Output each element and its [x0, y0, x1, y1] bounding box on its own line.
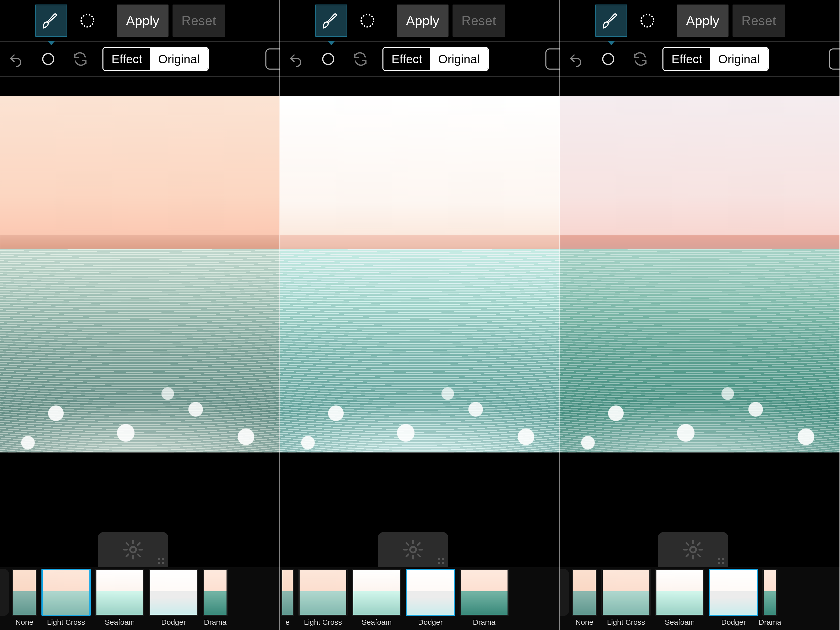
filter-thumb-none[interactable]: e — [280, 569, 295, 627]
filter-thumb-seafoam[interactable]: Seafoam — [654, 569, 706, 627]
preview-foam — [0, 256, 279, 453]
undo-button[interactable] — [566, 49, 586, 69]
filter-thumb-drama[interactable]: Drama — [201, 569, 229, 627]
vignette-tool[interactable] — [631, 5, 663, 37]
filter-thumb-seafoam[interactable]: Seafoam — [351, 569, 403, 627]
top-toolbar: Apply Reset — [0, 0, 279, 42]
filter-label: None — [575, 618, 594, 627]
svg-point-2 — [130, 547, 136, 553]
brush-tool[interactable] — [35, 5, 67, 37]
filter-thumb-drama[interactable]: Drama — [761, 569, 778, 627]
filter-label: Light Cross — [47, 618, 85, 627]
toggle-effect[interactable]: Effect — [663, 48, 710, 70]
undo-icon — [568, 51, 584, 67]
apply-button[interactable]: Apply — [117, 5, 169, 37]
refresh-icon — [632, 51, 649, 67]
filmstrip-left-handle[interactable] — [0, 569, 9, 616]
effect-original-toggle[interactable]: Effect Original — [382, 47, 489, 71]
spacer — [280, 77, 559, 96]
shape-circle-button[interactable] — [598, 49, 618, 69]
brush-icon — [321, 11, 341, 30]
filmstrip-left-handle[interactable] — [560, 569, 569, 616]
settings-tab[interactable] — [98, 532, 168, 567]
filter-thumb-dodger[interactable]: Dodger — [148, 569, 199, 627]
svg-point-3 — [361, 14, 374, 27]
toggle-effect[interactable]: Effect — [103, 48, 150, 70]
filter-label: Seafoam — [105, 618, 135, 627]
filter-thumb-none[interactable]: None — [570, 569, 598, 627]
effect-original-toggle[interactable]: Effect Original — [662, 47, 769, 71]
filter-thumb-drama[interactable]: Drama — [458, 569, 510, 627]
undo-button[interactable] — [6, 49, 26, 69]
settings-tab[interactable] — [658, 532, 728, 567]
settings-tab[interactable] — [378, 532, 448, 567]
filter-label: Drama — [204, 618, 226, 627]
crop-frame-button[interactable] — [829, 49, 840, 69]
reset-button[interactable]: Reset — [172, 5, 225, 37]
reset-button[interactable]: Reset — [733, 5, 785, 37]
filter-label: Light Cross — [607, 618, 645, 627]
filter-thumb-light-cross[interactable]: Light Cross — [297, 569, 349, 627]
drag-dots-icon — [718, 558, 724, 564]
filter-thumb-light-cross[interactable]: Light Cross — [40, 569, 92, 627]
drag-dots-icon — [438, 558, 444, 564]
svg-point-6 — [641, 14, 654, 27]
vignette-tool[interactable] — [71, 5, 103, 37]
undo-button[interactable] — [286, 49, 306, 69]
bottom-gap — [560, 453, 840, 567]
toggle-effect[interactable]: Effect — [384, 48, 430, 70]
editor-panel-1: Apply Reset Effect Original — [0, 0, 280, 630]
toggle-original[interactable]: Original — [710, 48, 768, 70]
top-toolbar: Apply Reset — [280, 0, 559, 42]
refresh-button[interactable] — [630, 49, 651, 69]
toggle-original[interactable]: Original — [430, 48, 488, 70]
effect-original-toggle[interactable]: Effect Original — [103, 47, 209, 71]
preview-foam — [280, 256, 559, 453]
reset-button[interactable]: Reset — [453, 5, 505, 37]
filter-label: Dodger — [161, 618, 186, 627]
filter-filmstrip[interactable]: None Light Cross Seafoam Dodger Drama — [560, 567, 840, 630]
image-canvas[interactable] — [280, 96, 559, 453]
filter-filmstrip[interactable]: None Light Cross Seafoam Dodger Drama — [0, 567, 279, 630]
brush-pointer-icon — [607, 41, 615, 45]
svg-point-5 — [411, 547, 416, 553]
shape-circle-button[interactable] — [318, 49, 338, 69]
spacer — [0, 77, 279, 96]
second-toolbar: Effect Original — [280, 42, 559, 77]
gear-icon — [682, 539, 704, 561]
brush-icon — [41, 11, 61, 30]
filter-label: Light Cross — [304, 618, 342, 627]
filter-label: Drama — [473, 618, 496, 627]
refresh-icon — [352, 51, 369, 67]
vignette-icon — [359, 12, 376, 29]
refresh-button[interactable] — [70, 49, 90, 69]
refresh-icon — [72, 51, 88, 67]
apply-button[interactable]: Apply — [677, 5, 728, 37]
filter-thumb-dodger[interactable]: Dodger — [404, 569, 456, 627]
apply-button[interactable]: Apply — [397, 5, 448, 37]
brush-tool[interactable] — [315, 5, 347, 37]
brush-pointer-icon — [327, 41, 335, 45]
filter-thumb-dodger[interactable]: Dodger — [708, 569, 759, 627]
refresh-button[interactable] — [350, 49, 370, 69]
brush-tool[interactable] — [595, 5, 627, 37]
crop-frame-button[interactable] — [265, 49, 280, 69]
crop-frame-button[interactable] — [545, 49, 560, 69]
preview-foam — [560, 256, 840, 453]
toggle-original[interactable]: Original — [150, 48, 208, 70]
image-canvas[interactable] — [560, 96, 840, 453]
svg-point-4 — [323, 54, 334, 65]
spacer — [560, 77, 840, 96]
filter-label: Dodger — [418, 618, 443, 627]
filter-label: Seafoam — [665, 618, 695, 627]
vignette-tool[interactable] — [351, 5, 384, 37]
filter-filmstrip[interactable]: e Light Cross Seafoam Dodger Drama — [280, 567, 559, 630]
shape-circle-button[interactable] — [38, 49, 58, 69]
gear-icon — [402, 539, 424, 561]
image-canvas[interactable] — [0, 96, 279, 453]
filter-thumb-none[interactable]: None — [11, 569, 38, 627]
filter-thumb-light-cross[interactable]: Light Cross — [600, 569, 652, 627]
drag-dots-icon — [158, 558, 164, 564]
filter-label: e — [286, 618, 290, 627]
filter-thumb-seafoam[interactable]: Seafoam — [94, 569, 146, 627]
